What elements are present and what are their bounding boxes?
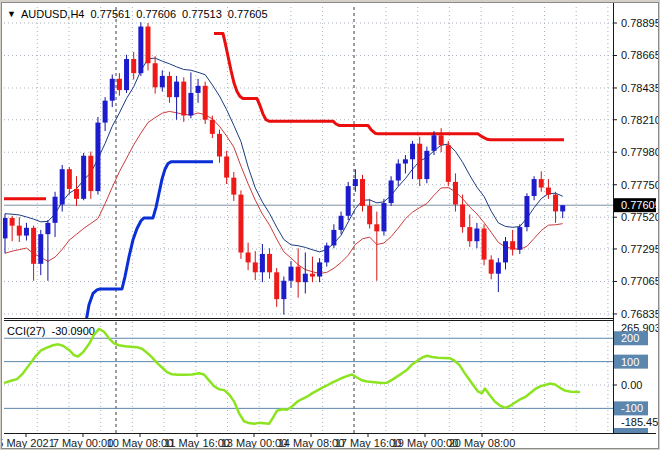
candle [45,223,50,234]
candle [274,272,279,299]
candle [260,254,265,272]
candle [188,93,193,116]
candle [231,178,236,195]
candle [546,188,551,195]
candle [60,169,65,204]
candle [482,229,487,260]
svg-text:200: 200 [621,332,639,344]
candle [381,203,386,231]
candle [453,182,458,205]
svg-text:0.78895: 0.78895 [621,17,658,29]
candle [110,79,115,101]
candle [160,76,165,87]
candles [3,22,566,314]
candle [181,82,186,116]
candle [560,205,565,211]
svg-text:0.00: 0.00 [621,379,642,391]
cci-axis[interactable]: 265.9037200100-1000.00-185.4538 [613,322,658,433]
svg-text:0.78435: 0.78435 [621,82,658,94]
cci-line [5,329,579,424]
candle [210,120,215,134]
pane-borders [4,3,656,434]
candle [524,196,529,227]
candle [74,189,79,199]
svg-text:100: 100 [621,356,639,368]
candle [267,254,272,272]
svg-text:-100: -100 [621,402,643,414]
candle [353,179,358,186]
candle [324,245,329,262]
candle [67,169,72,189]
candle [117,79,122,90]
candle [446,145,451,182]
candle [81,156,86,199]
svg-text:0.78210: 0.78210 [621,114,658,126]
candle [203,86,208,120]
candle [467,227,472,241]
candle [317,262,322,276]
candle [238,195,243,253]
candle [3,218,8,238]
svg-text:0.78665: 0.78665 [621,49,658,61]
candle [196,86,201,93]
svg-text:20 May 08:00: 20 May 08:00 [449,437,516,448]
candle [224,156,229,177]
candle [432,135,437,151]
candle [474,229,479,242]
candle [310,274,315,277]
candle [153,63,158,87]
candle [246,253,251,263]
candle [17,226,22,236]
candle [553,195,558,212]
candle [124,59,129,90]
candle [517,227,522,250]
candle [146,27,151,64]
candle [403,159,408,163]
time-axis[interactable]: 5 May 20217 May 00:0010 May 08:0011 May … [2,434,515,448]
candle [424,151,429,179]
candle [539,179,544,187]
svg-text:0.77750: 0.77750 [621,179,658,191]
candle [439,135,444,145]
svg-text:5 May 2021: 5 May 2021 [2,437,55,448]
candle [503,241,508,262]
candle [88,156,93,191]
svg-text:-185.4538: -185.4538 [621,416,658,428]
candle [281,281,286,299]
candle [38,234,43,264]
candle [339,216,344,230]
svg-text:7 May 00:00: 7 May 00:00 [53,437,114,448]
candle [331,230,336,246]
candle [289,267,294,281]
candle [417,144,422,179]
candle [253,262,258,272]
candle [138,27,143,74]
candle [510,241,515,249]
chart-canvas[interactable]: 0.788950.786650.784350.782100.779800.777… [2,3,658,448]
candle [31,228,36,264]
price-axis[interactable]: 0.788950.786650.784350.782100.779800.777… [613,17,658,320]
candle [217,134,222,157]
candle [103,101,108,123]
candle [389,180,394,203]
candle [303,274,308,282]
candle [296,267,301,283]
candle [496,262,501,273]
current-price-label: 0.77605 [614,198,658,212]
candle [396,164,401,181]
candle [489,260,494,274]
svg-text:0.77065: 0.77065 [621,275,658,287]
svg-text:0.77605: 0.77605 [621,199,658,211]
chart-window: ▼AUDUSD,H40.775610.776060.775130.77605 C… [1,2,659,449]
candle [460,204,465,227]
candle [174,82,179,98]
svg-text:0.77520: 0.77520 [621,211,658,223]
svg-text:0.77980: 0.77980 [621,146,658,158]
candle [346,186,351,216]
candle [95,123,100,192]
candle [10,218,15,226]
candle [410,144,415,160]
candle [367,206,372,224]
clipped-level-box [614,428,648,433]
svg-text:0.76835: 0.76835 [621,308,658,320]
